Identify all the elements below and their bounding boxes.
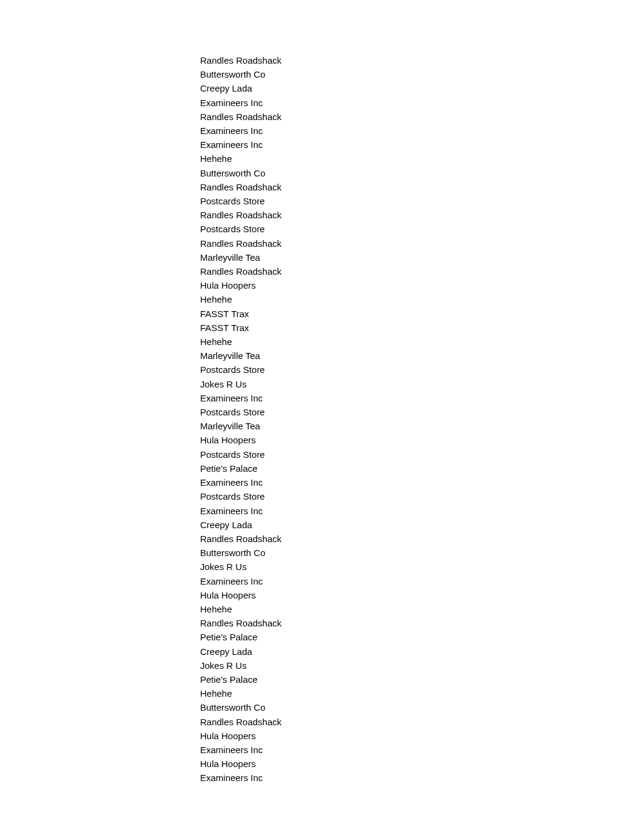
list-item: Hehehe [200,152,281,166]
list-item: Petie's Palace [200,672,281,686]
list-item: Petie's Palace [200,461,281,475]
list-item: Randles Roadshack [200,715,281,729]
list-item: Hula Hoopers [200,729,281,743]
list-item: Randles Roadshack [200,616,281,630]
list-item: Examineers Inc [200,574,281,588]
list-item: Buttersworth Co [200,166,281,180]
list-item: Buttersworth Co [200,546,281,560]
list-item: Randles Roadshack [200,53,281,67]
list-item: Postcards Store [200,448,281,461]
list-item: Examineers Inc [200,124,281,138]
list-item: Hula Hoopers [200,278,281,292]
list-item: Postcards Store [200,363,281,377]
list-item: Hehehe [200,602,281,616]
list-item: Randles Roadshack [200,180,281,194]
list-item: Randles Roadshack [200,236,281,250]
list-item: Examineers Inc [200,771,281,785]
list-item: Postcards Store [200,405,281,419]
list-item: Hula Hoopers [200,588,281,602]
list-item: Randles Roadshack [200,110,281,124]
list-item: Examineers Inc [200,743,281,757]
list-item: Creepy Lada [200,518,281,532]
list-item: Marleyville Tea [200,250,281,264]
list-item: Examineers Inc [200,504,281,518]
list-item: Hehehe [200,292,281,306]
list-item: FASST Trax [200,307,281,321]
list-item: Creepy Lada [200,81,281,95]
list-item: Petie's Palace [200,630,281,644]
list-item: Jokes R Us [200,560,281,574]
list-item: Marleyville Tea [200,349,281,363]
list-item: Examineers Inc [200,138,281,152]
list-item: Buttersworth Co [200,700,281,714]
company-list: Randles RoadshackButtersworth CoCreepy L… [200,53,281,785]
list-item: Jokes R Us [200,659,281,672]
list-item: Hula Hoopers [200,757,281,771]
list-item: Hehehe [200,335,281,349]
list-item: Buttersworth Co [200,67,281,81]
list-item: Jokes R Us [200,377,281,391]
list-item: Randles Roadshack [200,532,281,546]
list-item: Examineers Inc [200,96,281,110]
list-item: Postcards Store [200,222,281,236]
list-item: Postcards Store [200,194,281,208]
list-item: Examineers Inc [200,475,281,489]
list-item: Hula Hoopers [200,433,281,447]
list-item: Marleyville Tea [200,419,281,433]
list-item: Creepy Lada [200,645,281,659]
list-item: Examineers Inc [200,391,281,405]
list-item: Hehehe [200,686,281,700]
list-item: FASST Trax [200,321,281,335]
list-item: Postcards Store [200,489,281,503]
list-item: Randles Roadshack [200,264,281,278]
list-item: Randles Roadshack [200,208,281,222]
